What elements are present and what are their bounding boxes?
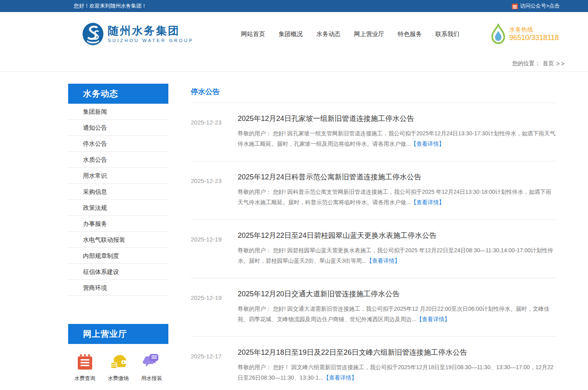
article-date: 2025-12-19 — [191, 289, 238, 324]
hall-item-water-installation[interactable]: 用水报装 — [135, 353, 168, 382]
article-body: 2025年12月24日孔家坡一组新旧管道连接施工停水公告 尊敬的用户： 您好! … — [238, 114, 556, 149]
sidebar-news-block: 水务动态 集团新闻 通知公告 停水公告 水质公告 用水常识 采购信息 政策法规 … — [68, 84, 168, 296]
article-date: 2025-12-19 — [191, 231, 238, 266]
article-title[interactable]: 2025年12月20日交通大道新旧管连接施工停水公告 — [238, 289, 556, 299]
article-body: 2025年12月22日至24日碧桂园翠山蓝天更换水表施工停水公告 尊敬的用户： … — [238, 231, 556, 266]
hotline: 水务热线 96510/3318118 — [491, 24, 559, 44]
sidebar-item-internal-rules[interactable]: 内部规章制度 — [68, 248, 168, 264]
article-date: 2025-12-23 — [191, 114, 238, 149]
breadcrumb-row: 您的位置： 首页 > > — [0, 56, 588, 72]
sidebar-item-water-outage-notices[interactable]: 停水公告 — [68, 136, 168, 152]
calendar-list-icon — [511, 3, 518, 10]
nav-item-special-services[interactable]: 特色服务 — [398, 30, 422, 38]
article-summary: 尊敬的用户： 您好! 因科普示范公寓支管网新旧管道连接施工，我公司拟于2025 … — [238, 187, 556, 207]
view-details-link[interactable]: 【查看详情】 — [411, 199, 445, 205]
main-content: 停水公告 2025-12-23 2025年12月24日孔家坡一组新旧管道连接施工… — [191, 84, 556, 390]
sidebar-news-title: 水务动态 — [68, 84, 168, 104]
article-body: 2025年12月20日交通大道新旧管连接施工停水公告 尊敬的用户： 您好! 因交… — [238, 289, 556, 324]
article-row: 2025-12-23 2025年12月24日孔家坡一组新旧管道连接施工停水公告 … — [191, 103, 556, 161]
logo-water-mark-icon — [82, 22, 104, 46]
article-title[interactable]: 2025年12月22日至24日碧桂园翠山蓝天更换水表施工停水公告 — [238, 231, 556, 240]
hall-item-label: 用水报装 — [135, 375, 168, 382]
breadcrumb-tail: > > — [556, 60, 564, 67]
view-details-link[interactable]: 【查看详情】 — [323, 374, 357, 381]
hall-item-bill-payment[interactable]: 水费缴纳 — [101, 353, 135, 382]
breadcrumb-label: 您的位置： — [512, 60, 540, 67]
article-title[interactable]: 2025年12月24日孔家坡一组新旧管道连接施工停水公告 — [238, 114, 556, 123]
water-drop-icon — [491, 24, 506, 44]
welcome-text: 您好！欢迎来到随州水务集团！ — [68, 2, 147, 10]
wechat-public-account-link[interactable]: 访问公众号>点击 — [511, 2, 560, 10]
page-title: 停水公告 — [191, 84, 556, 103]
article-title[interactable]: 2025年12月18日至19日及22日至26日文峰六组新旧管连接施工停水公告 — [238, 348, 556, 357]
sidebar-item-water-knowledge[interactable]: 用水常识 — [68, 168, 168, 184]
article-summary-text: 尊敬的用户： 您好! 因科普示范公寓支管网新旧管道连接施工，我公司拟于2025 … — [238, 189, 552, 205]
site-logo[interactable]: 随州水务集团 SUIZHOU WATER GROUP — [82, 22, 194, 46]
article-date: 2025-12-23 — [191, 172, 238, 207]
nav-item-group-overview[interactable]: 集团概况 — [279, 30, 303, 38]
sidebar-item-procurement[interactable]: 采购信息 — [68, 184, 168, 200]
sidebar-item-business-environment[interactable]: 营商环境 — [68, 280, 168, 296]
article-summary: 尊敬的用户： 您好! 因交通大道需新旧管连接施工，我公司拟于2025年12 月2… — [238, 304, 556, 324]
article-summary-text: 尊敬的用户： 您好！ 因文峰六组需新旧管连接施工，我公司拟于2025年12月18… — [238, 364, 554, 381]
article-summary: 尊敬的用户： 您好! 因碧桂园翠山蓝天需更换水表施工，我公司拟于2025 年12… — [238, 245, 556, 266]
breadcrumb: 您的位置： 首页 > > — [68, 56, 565, 71]
sidebar-hall-title: 网上营业厅 — [68, 324, 168, 344]
topbar: 您好！欢迎来到随州水务集团！ 访问公众号>点击 — [0, 0, 588, 12]
article-row: 2025-12-17 2025年12月18日至19日及22日至26日文峰六组新旧… — [191, 337, 556, 390]
logo-text-en: SUIZHOU WATER GROUP — [108, 38, 194, 43]
site-header: 随州水务集团 SUIZHOU WATER GROUP 网站首页 集团概况 水务动… — [0, 12, 588, 56]
article-summary: 尊敬的用户： 您好！ 因文峰六组需新旧管连接施工，我公司拟于2025年12月18… — [238, 362, 556, 383]
view-details-link[interactable]: 【查看详情】 — [366, 257, 400, 264]
sidebar-item-group-news[interactable]: 集团新闻 — [68, 104, 168, 120]
article-body: 2025年12月24日科普示范公寓新旧管道连接施工停水公告 尊敬的用户： 您好!… — [238, 172, 556, 207]
article-row: 2025-12-19 2025年12月20日交通大道新旧管连接施工停水公告 尊敬… — [191, 278, 556, 337]
hall-icons-row1: 水费查询 水费缴纳 — [68, 353, 168, 382]
hotline-number: 96510/3318118 — [509, 34, 559, 42]
sidebar-item-water-quality[interactable]: 水质公告 — [68, 152, 168, 168]
nav-item-home[interactable]: 网站首页 — [241, 30, 265, 38]
wallet-icon — [109, 353, 127, 371]
chat-bubbles-icon — [142, 353, 161, 371]
hall-item-label: 水费查询 — [68, 375, 101, 382]
view-details-link[interactable]: 【查看详情】 — [411, 141, 445, 147]
hall-item-label: 水费缴纳 — [101, 375, 135, 382]
hotline-label: 水务热线 — [509, 26, 559, 34]
sidebar: 水务动态 集团新闻 通知公告 停水公告 水质公告 用水常识 采购信息 政策法规 … — [68, 84, 168, 390]
nav-item-water-news[interactable]: 水务动态 — [316, 30, 340, 38]
notepad-icon — [76, 353, 94, 371]
sidebar-item-joint-installation[interactable]: 水电气联动报装 — [68, 232, 168, 248]
nav-item-contact-us[interactable]: 联系我们 — [435, 30, 459, 38]
article-date: 2025-12-17 — [191, 348, 238, 383]
article-summary-text: 尊敬的用户： 您好! 因交通大道需新旧管连接施工，我公司拟于2025年12 月2… — [238, 306, 550, 322]
nav-item-online-hall[interactable]: 网上营业厅 — [354, 30, 384, 38]
article-row: 2025-12-23 2025年12月24日科普示范公寓新旧管道连接施工停水公告… — [191, 161, 556, 220]
breadcrumb-home-link[interactable]: 首页 — [543, 60, 554, 67]
sidebar-item-policies[interactable]: 政策法规 — [68, 200, 168, 216]
article-title[interactable]: 2025年12月24日科普示范公寓新旧管道连接施工停水公告 — [238, 172, 556, 182]
view-details-link[interactable]: 【查看详情】 — [416, 316, 450, 322]
sidebar-item-services[interactable]: 办事服务 — [68, 216, 168, 232]
sidebar-item-notices[interactable]: 通知公告 — [68, 120, 168, 136]
sidebar-item-credit-system[interactable]: 征信体系建设 — [68, 264, 168, 280]
sidebar-news-list: 集团新闻 通知公告 停水公告 水质公告 用水常识 采购信息 政策法规 办事服务 … — [68, 104, 168, 296]
logo-text-cn: 随州水务集团 — [108, 25, 194, 37]
article-body: 2025年12月18日至19日及22日至26日文峰六组新旧管连接施工停水公告 尊… — [238, 348, 556, 383]
wechat-link-label: 访问公众号>点击 — [520, 2, 560, 10]
article-summary-text: 尊敬的用户： 您好! 因孔家坡一组支管网新旧管道连接施工，我公司拟于2025年1… — [238, 130, 556, 147]
sidebar-hall-block: 网上营业厅 水费查询 — [68, 324, 168, 390]
article-row: 2025-12-19 2025年12月22日至24日碧桂园翠山蓝天更换水表施工停… — [191, 220, 556, 278]
article-summary: 尊敬的用户： 您好! 因孔家坡一组支管网新旧管道连接施工，我公司拟于2025年1… — [238, 128, 556, 149]
hall-item-bill-inquiry[interactable]: 水费查询 — [68, 353, 101, 382]
main-nav: 网站首页 集团概况 水务动态 网上营业厅 特色服务 联系我们 — [241, 30, 459, 38]
